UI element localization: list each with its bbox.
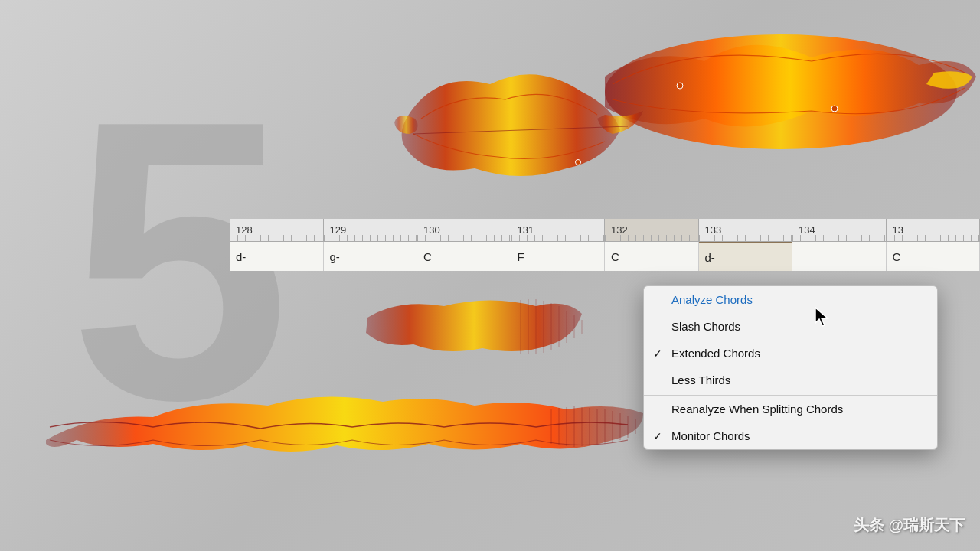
- menu-item-slash-chords[interactable]: Slash Chords: [644, 313, 937, 340]
- chord-cell-dm: d-: [230, 242, 324, 271]
- chord-cell-gm: g-: [324, 242, 418, 271]
- watermark-text: 头条 @瑞斯天下: [854, 517, 965, 533]
- ruler-cell-131: 131: [511, 219, 606, 241]
- ruler-cell-132: 132: [605, 219, 699, 241]
- chord-cell-dm2: d-: [699, 242, 793, 271]
- menu-item-reanalyze-label: Reanalyze When Splitting Chords: [671, 403, 843, 416]
- menu-item-analyze-chords[interactable]: Analyze Chords: [644, 286, 937, 313]
- context-menu[interactable]: Analyze Chords Slash Chords ✓ Extended C…: [643, 285, 938, 450]
- menu-item-monitor-chords[interactable]: ✓ Monitor Chords: [644, 422, 937, 449]
- ruler-cell-128: 128: [230, 219, 324, 241]
- extended-chords-check-icon: ✓: [653, 347, 662, 360]
- ruler-cell-133: 133: [699, 219, 793, 241]
- ruler-cell-135: 13: [887, 219, 981, 241]
- menu-item-less-thirds[interactable]: Less Thirds: [644, 367, 937, 393]
- monitor-chords-check-icon: ✓: [653, 430, 662, 442]
- menu-item-extended-chords-label: Extended Chords: [671, 347, 760, 360]
- menu-item-monitor-chords-label: Monitor Chords: [671, 429, 750, 442]
- menu-item-reanalyze[interactable]: Reanalyze When Splitting Chords: [644, 395, 937, 422]
- chord-cell-c1: C: [417, 242, 511, 271]
- chord-cell-empty1: [792, 242, 887, 271]
- chord-cell-f: F: [511, 242, 606, 271]
- chord-cell-c2: C: [605, 242, 699, 271]
- chord-cell-empty2: C: [887, 242, 981, 271]
- ruler-cell-130: 130: [417, 219, 511, 241]
- menu-item-analyze-chords-label: Analyze Chords: [671, 293, 753, 306]
- chord-row: d- g- C F C d- C: [230, 242, 980, 271]
- ruler-cell-129: 129: [324, 219, 418, 241]
- menu-item-extended-chords[interactable]: ✓ Extended Chords: [644, 340, 937, 367]
- timeline-area: 128 129 130 131 132 133 134 13 d- g- C F…: [230, 219, 980, 295]
- watermark: 头条 @瑞斯天下: [854, 515, 965, 536]
- ruler-cell-134: 134: [792, 219, 887, 241]
- menu-item-less-thirds-label: Less Thirds: [671, 373, 730, 386]
- ruler: 128 129 130 131 132 133 134 13: [230, 219, 980, 242]
- menu-item-slash-chords-label: Slash Chords: [671, 320, 740, 333]
